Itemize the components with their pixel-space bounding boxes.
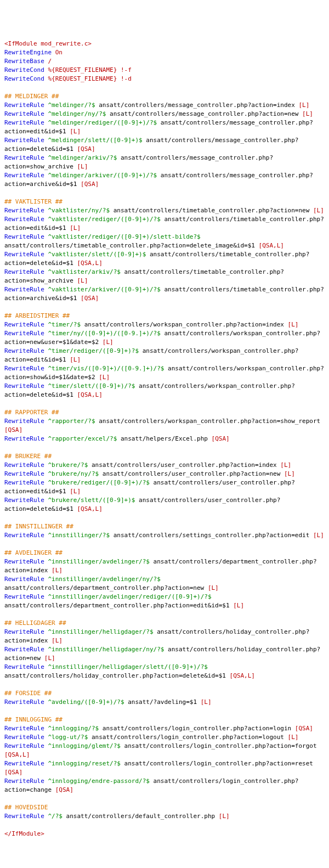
rewrite-rule: RewriteRule xyxy=(4,268,44,275)
rule-target: ansatt/controllers/login_controller.php?… xyxy=(92,734,284,741)
rewrite-rule: RewriteRule xyxy=(4,102,44,109)
rule-target: ansatt/?avdeling=$1 xyxy=(128,698,197,706)
comment: ## AVDELINGER ## xyxy=(4,549,63,556)
rule-pattern: ^brukere/?$ xyxy=(48,461,88,469)
rule-target: ansatt/controllers/user_controller.php?a… xyxy=(103,470,281,477)
rule-flags: [L] xyxy=(313,207,324,214)
rule-flags: [L] xyxy=(70,488,81,495)
rule-flags: [L] xyxy=(302,110,313,117)
rule-pattern: ^brukere/ny/?$ xyxy=(48,470,99,477)
rule-pattern: ^innlogging/?$ xyxy=(48,725,99,732)
rule-target: ansatt/controllers/user_controller.php?a… xyxy=(4,497,280,512)
rewrite-rule: RewriteRule xyxy=(4,119,44,126)
rule-flags: [L] xyxy=(208,584,219,591)
rule-pattern: ^timer/vis/([0-9]+)/([0-9.]+)/?$ xyxy=(48,365,164,372)
rewrite-rule: RewriteRule xyxy=(4,137,44,144)
rewrite-rule: RewriteRule xyxy=(4,435,44,442)
directive-arg: / xyxy=(48,58,52,65)
rewrite-rule: RewriteRule xyxy=(4,330,44,337)
directive: RewriteCond xyxy=(4,75,44,82)
rule-target: ansatt/controllers/timetable_controller.… xyxy=(114,207,310,214)
rule-target: ansatt/controllers/message_controller.ph… xyxy=(110,110,298,117)
rewrite-rule: RewriteRule xyxy=(4,760,44,767)
rule-flags: [QSA] xyxy=(55,786,73,793)
rule-pattern: ^logg-ut/?$ xyxy=(48,734,88,741)
rule-target: ansatt/helpers/Excel.php xyxy=(121,435,208,442)
rule-flags: [QSA] xyxy=(81,181,99,188)
rule-target: ansatt/controllers/workspan_controller.p… xyxy=(99,418,320,425)
code-block: <IfModule mod_rewrite.c> RewriteEngine O… xyxy=(4,40,325,838)
rule-flags: [L] xyxy=(70,224,81,232)
comment: ## HELLIGDAGER ## xyxy=(4,619,66,627)
rewrite-rule: RewriteRule xyxy=(4,216,44,223)
rewrite-rule: RewriteRule xyxy=(4,461,44,469)
rule-pattern: ^vaktlister/ny/?$ xyxy=(48,207,110,214)
rule-flags: [QSA,L] xyxy=(4,751,30,758)
rewrite-rule: RewriteRule xyxy=(4,110,44,117)
rewrite-rule: RewriteRule xyxy=(4,628,44,635)
rule-pattern: ^meldinger/ny/?$ xyxy=(48,110,106,117)
rewrite-rule: RewriteRule xyxy=(4,593,44,600)
rewrite-rule: RewriteRule xyxy=(4,365,44,372)
rewrite-rule: RewriteRule xyxy=(4,813,44,820)
rule-pattern: ^meldinger/arkiv/?$ xyxy=(48,154,117,161)
rule-flags: [L] xyxy=(288,321,299,328)
rule-flags: [QSA] xyxy=(212,435,230,442)
rule-flags: [QSA] xyxy=(4,426,22,433)
rule-pattern: ^avdeling/([0-9]+)/?$ xyxy=(48,698,124,706)
comment: ## HOVEDSIDE xyxy=(4,804,48,811)
rule-flags: [QSA,L] xyxy=(259,242,284,249)
rule-flags: [L] xyxy=(219,813,230,820)
rewrite-rule: RewriteRule xyxy=(4,777,44,785)
rule-pattern: ^meldinger/arkiver/([0-9]+)/?$ xyxy=(48,172,157,179)
rewrite-rule: RewriteRule xyxy=(4,742,44,749)
comment: ## MELDINGER ## xyxy=(4,93,59,100)
rule-target: ansatt/controllers/user_controller.php?a… xyxy=(92,461,277,469)
rule-flags: [L] xyxy=(99,374,110,381)
rule-target: ansatt/controllers/timetable_controller.… xyxy=(4,268,284,284)
rule-flags: [L] xyxy=(313,532,324,539)
rewrite-rule: RewriteRule xyxy=(4,233,44,240)
ifmodule-tag: <IfModule mod_rewrite.c> xyxy=(4,40,92,47)
rule-pattern: ^meldinger/rediger/([0-9]+)/?$ xyxy=(48,119,157,126)
rule-flags: [L] xyxy=(52,567,63,574)
rewrite-rule: RewriteRule xyxy=(4,734,44,741)
rule-pattern: ^brukere/slett/([0-9]+)$ xyxy=(48,497,135,504)
rewrite-rule: RewriteRule xyxy=(4,251,44,258)
rewrite-rule: RewriteRule xyxy=(4,286,44,293)
rule-pattern: ^innstillinger/avdelinger/?$ xyxy=(48,558,149,565)
comment: ## BRUKERE ## xyxy=(4,453,52,460)
rule-pattern: ^vaktlister/slett/([0-9]+)$ xyxy=(48,251,146,258)
rule-flags: [QSA] xyxy=(4,769,22,776)
rule-flags: [L] xyxy=(52,637,63,644)
directive: RewriteCond xyxy=(4,66,44,74)
rule-target: ansatt/controllers/login_controller.php?… xyxy=(103,725,291,732)
rule-flags: [QSA,L] xyxy=(230,672,255,679)
rule-target: ansatt/controllers/settings_controller.p… xyxy=(114,532,310,539)
rule-pattern: ^innstillinger/avdelinger/ny/?$ xyxy=(48,576,160,583)
rule-flags: [L] xyxy=(288,734,299,741)
rule-target: ansatt/controllers/department_controller… xyxy=(4,602,230,609)
rule-pattern: ^vaktlister/arkiver/([0-9]+)/?$ xyxy=(48,286,160,293)
rule-pattern: ^innlogging/reset/?$ xyxy=(48,760,120,767)
comment: ## ARBEIDSTIMER ## xyxy=(4,312,70,319)
rule-pattern: ^innstillinger/helligdager/slett/([0-9]+… xyxy=(48,663,207,670)
rule-target: ansatt/controllers/message_controller.ph… xyxy=(99,102,295,109)
ifmodule-tag: </IfModule> xyxy=(4,830,44,837)
rule-target: ansatt/controllers/message_controller.ph… xyxy=(4,154,273,170)
rule-flags: [L] xyxy=(298,102,309,109)
rule-flags: [QSA,L] xyxy=(77,260,102,267)
rewrite-rule: RewriteRule xyxy=(4,698,44,706)
rule-flags: [L] xyxy=(70,356,81,363)
rule-pattern: ^innlogging/glemt/?$ xyxy=(48,742,120,749)
rule-flags: [L] xyxy=(233,602,244,609)
rewrite-rule: RewriteRule xyxy=(4,321,44,328)
rule-pattern: ^vaktlister/rediger/([0-9]+)/slett-bilde… xyxy=(48,233,200,240)
rule-target: ansatt/controllers/login_controller.php?… xyxy=(124,742,317,749)
rule-flags: [L] xyxy=(70,128,81,135)
rewrite-rule: RewriteRule xyxy=(4,207,44,214)
rule-flags: [QSA] xyxy=(295,725,313,732)
rewrite-rule: RewriteRule xyxy=(4,154,44,161)
rule-pattern: ^timer/ny/([0-9]+)/([0-9.]+)/?$ xyxy=(48,330,160,337)
rule-target: ansatt/controllers/workspan_controller.p… xyxy=(84,321,284,328)
